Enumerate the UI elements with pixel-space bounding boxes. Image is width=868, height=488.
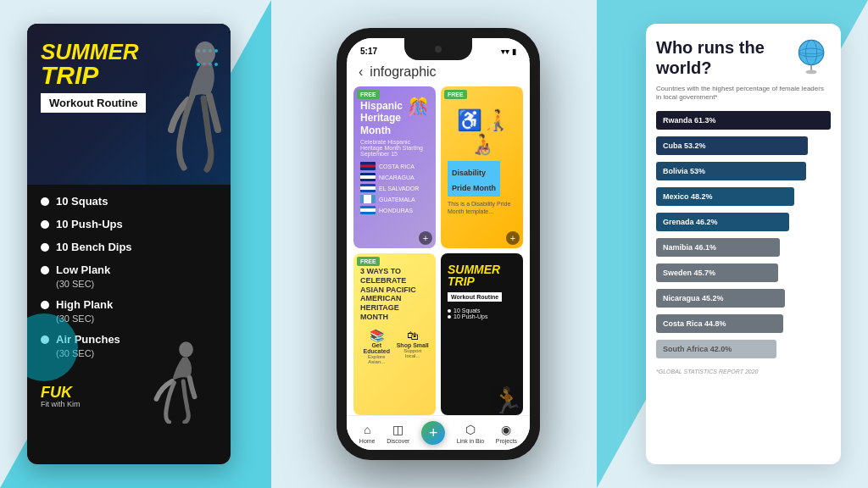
country-name: HONDURAS bbox=[379, 208, 413, 214]
right-footer: *GLOBAL STATISTICS REPORT 2020 bbox=[656, 369, 831, 374]
bar-wrapper: Mexico 48.2% bbox=[656, 187, 831, 206]
card-summer[interactable]: SUMMERTRIP Workout Routine 10 Squats 10 … bbox=[441, 253, 523, 415]
panel-title: Who runs the world? bbox=[656, 37, 793, 78]
logo-text: FUK bbox=[41, 385, 217, 400]
country-bar: Cuba 53.2% bbox=[656, 136, 808, 155]
country-bar: Nicaragua 45.2% bbox=[656, 289, 785, 308]
flag-hn bbox=[360, 206, 376, 214]
bar-wrapper: Namibia 46.1% bbox=[656, 238, 831, 257]
flag-cr bbox=[360, 162, 376, 170]
book-icon: 📚 bbox=[360, 329, 393, 342]
logo-area: FUK Fit with Kim bbox=[41, 385, 217, 415]
workout-item: High Plank (30 SEC) bbox=[41, 298, 217, 324]
nav-discover[interactable]: ◫ Discover bbox=[387, 423, 409, 444]
left-bottom: FUK Fit with Kim bbox=[27, 378, 231, 424]
discover-icon: ◫ bbox=[392, 423, 403, 436]
workout-text: 10 Push-Ups bbox=[56, 218, 123, 232]
bar-wrapper: South Africa 42.0% bbox=[656, 340, 831, 358]
card-hispanic[interactable]: FREE 🎊 HispanicHeritageMonth Celebrate H… bbox=[353, 86, 436, 248]
bullet bbox=[41, 197, 49, 206]
workout-text: 10 Bench Dips bbox=[56, 241, 132, 255]
bullet bbox=[41, 266, 49, 274]
right-panel: Who runs the world? Countries with the h… bbox=[646, 24, 841, 464]
workout-item: 10 Squats bbox=[41, 195, 217, 209]
nav-create[interactable]: + bbox=[421, 421, 445, 445]
shop-icon: 🛍 bbox=[397, 329, 430, 342]
card-asian[interactable]: FREE 3 WAYS TO CELEBRATE ASIAN PACIFIC A… bbox=[353, 253, 436, 415]
section-sub: Support local... bbox=[397, 348, 430, 358]
svg-point-1 bbox=[179, 342, 193, 358]
card-text: This is a Disability Pride Month templat… bbox=[448, 200, 516, 215]
bullet bbox=[448, 315, 451, 319]
country-label: Cuba 53.2% bbox=[663, 141, 706, 150]
workout-item: Low Plank (30 SEC) bbox=[41, 263, 217, 290]
battery-icon: ▮ bbox=[512, 47, 516, 56]
flag-item: EL SALVADOR bbox=[360, 184, 429, 192]
card-subtitle: Celebrate Hispanic Heritage Month Starti… bbox=[360, 139, 429, 157]
phone-nav: ⌂ Home ◫ Discover + ⬡ Link in Bio bbox=[347, 415, 530, 450]
country-bar: Costa Rica 44.8% bbox=[656, 314, 783, 333]
country-label: Costa Rica 44.8% bbox=[663, 319, 726, 328]
flag-es bbox=[360, 184, 376, 192]
screen-title: infographic bbox=[370, 64, 436, 80]
bullet bbox=[41, 301, 49, 309]
country-bar: Grenada 46.2% bbox=[656, 213, 789, 231]
country-label: Grenada 46.2% bbox=[663, 218, 718, 226]
wifi-icon: ▾▾ bbox=[501, 47, 509, 56]
card-title: Disability Pride Month bbox=[448, 161, 500, 197]
status-icons: ▾▾ ▮ bbox=[501, 47, 516, 56]
workout-badge: Workout Routine bbox=[41, 93, 146, 113]
bar-wrapper: Rwanda 61.3% bbox=[656, 111, 831, 130]
asian-sections: 📚 Get Educated Explore Asian... 🛍 Shop S… bbox=[360, 329, 429, 364]
section-shop: 🛍 Shop Small Support local... bbox=[397, 329, 430, 364]
nav-label: Discover bbox=[387, 438, 409, 444]
nav-home[interactable]: ⌂ Home bbox=[359, 423, 376, 444]
globe-icon bbox=[793, 37, 831, 75]
country-bars: Rwanda 61.3% Cuba 53.2% Bolivia 53% Mexi… bbox=[656, 111, 831, 362]
bar-wrapper: Sweden 45.7% bbox=[656, 263, 831, 282]
nav-linkinbio[interactable]: ⬡ Link in Bio bbox=[457, 423, 484, 444]
item-text: 10 Push-Ups bbox=[453, 313, 487, 319]
card-content: ♿🧑‍🦯🧑‍🦽 Disability Pride Month This is a… bbox=[441, 86, 523, 248]
create-button[interactable]: + bbox=[421, 421, 445, 445]
free-badge: FREE bbox=[444, 90, 467, 99]
disability-illustration: ♿🧑‍🦯🧑‍🦽 bbox=[448, 108, 516, 156]
phone-mockup: 5:17 ▾▾ ▮ ‹ infographic FREE bbox=[337, 28, 540, 460]
back-button[interactable]: ‹ bbox=[359, 64, 363, 80]
svg-point-2 bbox=[798, 40, 823, 64]
country-label: South Africa 42.0% bbox=[663, 345, 732, 353]
card-title: SUMMERTRIP bbox=[448, 263, 516, 287]
title-text2: Pride Month bbox=[452, 184, 496, 192]
main-container: SUMMER TRIP Workout Routine bbox=[27, 15, 841, 473]
section-educated: 📚 Get Educated Explore Asian... bbox=[360, 329, 393, 364]
country-label: Rwanda 61.3% bbox=[663, 116, 716, 125]
card-content: 🎊 HispanicHeritageMonth Celebrate Hispan… bbox=[353, 86, 436, 248]
bar-wrapper: Bolivia 53% bbox=[656, 162, 831, 180]
flag-item: GUATEMALA bbox=[360, 195, 429, 203]
bullet bbox=[41, 243, 49, 252]
bar-wrapper: Grenada 46.2% bbox=[656, 213, 831, 231]
athlete-mini: 🏃 bbox=[492, 385, 523, 415]
section-sub: Explore Asian... bbox=[360, 354, 393, 364]
item-text: 10 Squats bbox=[453, 308, 481, 313]
flag-ni bbox=[360, 173, 376, 181]
workout-badge: Workout Routine bbox=[448, 292, 502, 302]
phone-container: 5:17 ▾▾ ▮ ‹ infographic FREE bbox=[248, 24, 629, 464]
country-label: Bolivia 53% bbox=[663, 167, 705, 175]
country-bar: Bolivia 53% bbox=[656, 162, 806, 180]
nav-projects[interactable]: ◉ Projects bbox=[496, 423, 517, 444]
left-panel: SUMMER TRIP Workout Routine bbox=[27, 24, 231, 464]
add-button[interactable]: + bbox=[506, 231, 520, 245]
home-icon: ⌂ bbox=[364, 423, 370, 436]
card-title: 3 WAYS TO CELEBRATE ASIAN PACIFIC AMERIC… bbox=[360, 267, 429, 322]
left-top: SUMMER TRIP Workout Routine bbox=[27, 24, 231, 185]
phone-screen: 5:17 ▾▾ ▮ ‹ infographic FREE bbox=[347, 38, 530, 450]
nav-label: Link in Bio bbox=[457, 438, 484, 444]
ribbon-decoration: 🎊 bbox=[408, 97, 429, 117]
country-name: GUATEMALA bbox=[379, 197, 415, 202]
country-bar: Sweden 45.7% bbox=[656, 263, 778, 282]
phone-notch bbox=[404, 38, 472, 60]
workout-item: 10 Squats bbox=[448, 308, 516, 313]
add-button[interactable]: + bbox=[419, 231, 432, 245]
card-disability[interactable]: FREE ♿🧑‍🦯🧑‍🦽 Disability Pride Month This… bbox=[441, 86, 523, 248]
